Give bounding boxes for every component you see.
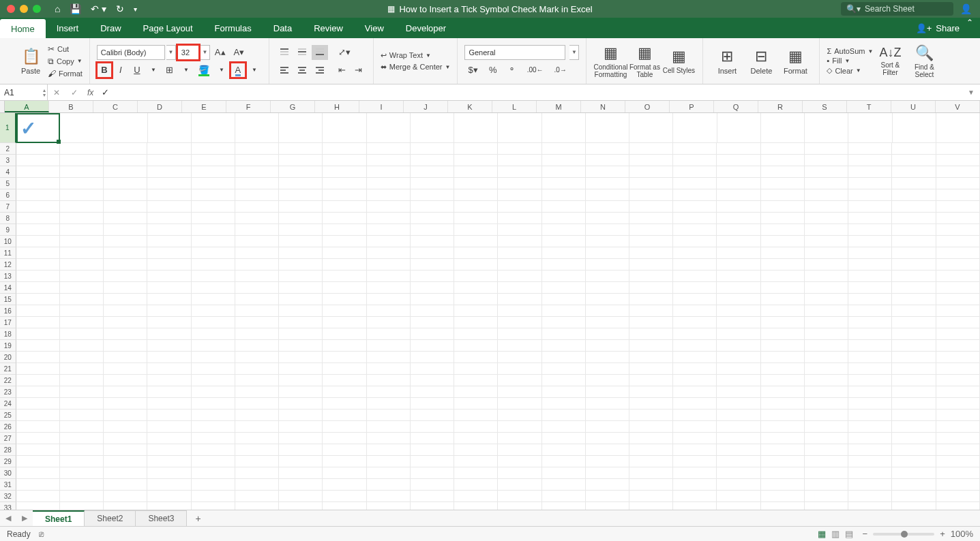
enter-formula-icon[interactable]: ✓ xyxy=(65,88,83,97)
cell-U22[interactable] xyxy=(892,375,936,386)
cell-F19[interactable] xyxy=(235,340,279,352)
column-header-P[interactable]: P xyxy=(670,101,714,112)
cell-S13[interactable] xyxy=(805,270,848,282)
cell-A10[interactable] xyxy=(16,236,60,247)
tab-home[interactable]: Home xyxy=(0,19,46,38)
cell-V15[interactable] xyxy=(936,294,980,305)
cell-C6[interactable] xyxy=(104,189,147,201)
increase-decimal-icon[interactable]: .00← xyxy=(524,63,547,78)
cell-D17[interactable] xyxy=(147,317,191,328)
cell-F33[interactable] xyxy=(235,502,279,510)
cell-E10[interactable] xyxy=(192,236,235,247)
cell-M32[interactable] xyxy=(542,491,586,502)
underline-button[interactable]: U xyxy=(130,63,145,78)
merge-center-button[interactable]: ⬌Merge & Center▼ xyxy=(381,63,451,72)
cell-N16[interactable] xyxy=(586,305,629,317)
cell-J28[interactable] xyxy=(411,444,454,456)
cell-B18[interactable] xyxy=(60,328,104,340)
cell-F8[interactable] xyxy=(235,213,279,224)
cell-R13[interactable] xyxy=(761,270,805,282)
cell-U8[interactable] xyxy=(892,213,936,224)
cell-D12[interactable] xyxy=(147,259,191,270)
tab-page-layout[interactable]: Page Layout xyxy=(132,18,204,38)
cell-O9[interactable] xyxy=(629,224,673,236)
sheet-nav-next-icon[interactable]: ▶ xyxy=(16,514,33,523)
cell-T11[interactable] xyxy=(848,247,892,259)
cell-I5[interactable] xyxy=(367,178,411,189)
cell-R14[interactable] xyxy=(761,282,805,294)
cell-L27[interactable] xyxy=(498,433,541,444)
cell-D8[interactable] xyxy=(147,213,191,224)
cell-I28[interactable] xyxy=(367,444,411,456)
save-icon[interactable]: 💾 xyxy=(70,3,81,14)
cell-O1[interactable] xyxy=(629,113,673,143)
cell-H17[interactable] xyxy=(323,317,366,328)
cell-L30[interactable] xyxy=(498,467,541,479)
cell-V16[interactable] xyxy=(936,305,980,317)
cell-A6[interactable] xyxy=(16,189,60,201)
cell-A8[interactable] xyxy=(16,213,60,224)
cell-I31[interactable] xyxy=(367,479,411,491)
cell-B31[interactable] xyxy=(60,479,104,491)
cell-H33[interactable] xyxy=(323,502,366,510)
cell-A32[interactable] xyxy=(16,491,60,502)
cell-P2[interactable] xyxy=(673,143,717,155)
cell-U28[interactable] xyxy=(892,444,936,456)
row-header-14[interactable]: 14 xyxy=(0,282,16,294)
cell-F20[interactable] xyxy=(235,352,279,363)
cell-M3[interactable] xyxy=(542,155,586,166)
cell-J1[interactable] xyxy=(411,113,454,143)
cell-I1[interactable] xyxy=(367,113,411,143)
cell-K21[interactable] xyxy=(454,363,498,375)
cell-I32[interactable] xyxy=(367,491,411,502)
row-header-32[interactable]: 32 xyxy=(0,491,16,502)
cell-F9[interactable] xyxy=(235,224,279,236)
cell-G27[interactable] xyxy=(279,433,323,444)
cell-O14[interactable] xyxy=(629,282,673,294)
cell-M17[interactable] xyxy=(542,317,586,328)
cell-R17[interactable] xyxy=(761,317,805,328)
cell-M10[interactable] xyxy=(542,236,586,247)
align-top-icon[interactable] xyxy=(276,45,293,60)
cell-F17[interactable] xyxy=(235,317,279,328)
cell-D28[interactable] xyxy=(147,444,191,456)
cell-U26[interactable] xyxy=(892,421,936,433)
cell-O28[interactable] xyxy=(629,444,673,456)
cell-A2[interactable] xyxy=(16,143,60,155)
cell-M21[interactable] xyxy=(542,363,586,375)
cell-F6[interactable] xyxy=(235,189,279,201)
cell-P23[interactable] xyxy=(673,386,717,398)
cell-M30[interactable] xyxy=(542,467,586,479)
close-window-icon[interactable] xyxy=(7,5,15,13)
cell-C26[interactable] xyxy=(104,421,147,433)
cell-V3[interactable] xyxy=(936,155,980,166)
row-header-2[interactable]: 2 xyxy=(0,143,16,155)
cell-D3[interactable] xyxy=(147,155,191,166)
cell-D23[interactable] xyxy=(147,386,191,398)
column-header-N[interactable]: N xyxy=(581,101,625,112)
cell-G16[interactable] xyxy=(279,305,323,317)
cell-Q2[interactable] xyxy=(717,143,760,155)
cell-J25[interactable] xyxy=(411,409,454,421)
cell-J8[interactable] xyxy=(411,213,454,224)
cell-V12[interactable] xyxy=(936,259,980,270)
cell-J26[interactable] xyxy=(411,421,454,433)
row-header-11[interactable]: 11 xyxy=(0,247,16,259)
cell-V33[interactable] xyxy=(936,502,980,510)
cell-E17[interactable] xyxy=(192,317,235,328)
cell-B17[interactable] xyxy=(60,317,104,328)
cell-G31[interactable] xyxy=(279,479,323,491)
cell-F26[interactable] xyxy=(235,421,279,433)
cell-D10[interactable] xyxy=(147,236,191,247)
cell-I2[interactable] xyxy=(367,143,411,155)
cell-G14[interactable] xyxy=(279,282,323,294)
cell-I8[interactable] xyxy=(367,213,411,224)
cell-O33[interactable] xyxy=(629,502,673,510)
cell-O20[interactable] xyxy=(629,352,673,363)
cell-C15[interactable] xyxy=(104,294,147,305)
cell-D14[interactable] xyxy=(147,282,191,294)
cell-V27[interactable] xyxy=(936,433,980,444)
cell-T4[interactable] xyxy=(848,166,892,178)
cell-B33[interactable] xyxy=(60,502,104,510)
cell-Q5[interactable] xyxy=(717,178,760,189)
